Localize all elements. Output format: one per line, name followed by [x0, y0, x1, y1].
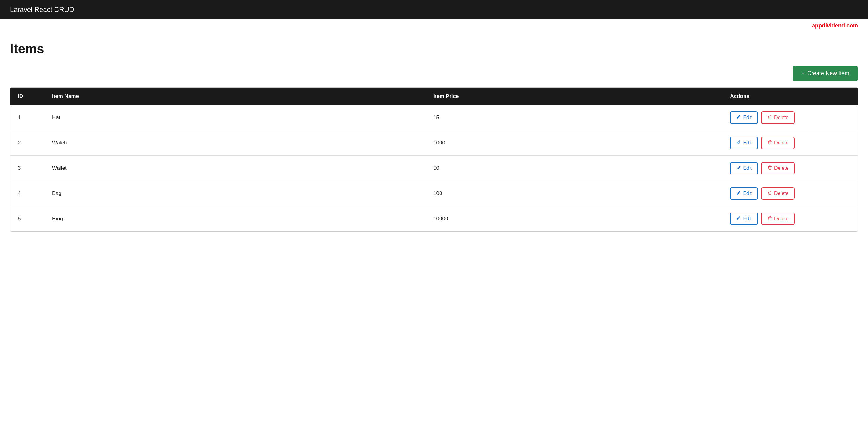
- col-header-name: Item Name: [44, 88, 426, 105]
- svg-rect-6: [768, 166, 772, 167]
- cell-name: Wallet: [44, 156, 426, 181]
- svg-rect-12: [768, 217, 772, 217]
- navbar: Laravel React CRUD: [0, 0, 868, 19]
- edit-icon: [736, 165, 741, 171]
- col-header-price: Item Price: [426, 88, 722, 105]
- cell-actions: Edit Delete: [722, 156, 858, 181]
- edit-button[interactable]: Edit: [730, 212, 758, 225]
- cell-actions: Edit Delete: [722, 206, 858, 232]
- table-header: ID Item Name Item Price Actions: [10, 88, 858, 105]
- action-buttons: Edit Delete: [730, 162, 850, 174]
- navbar-brand: Laravel React CRUD: [10, 6, 74, 14]
- brand-link[interactable]: appdividend.com: [812, 23, 858, 29]
- edit-button[interactable]: Edit: [730, 111, 758, 124]
- cell-price: 1000: [426, 130, 722, 156]
- edit-icon: [736, 190, 741, 197]
- cell-id: 2: [10, 130, 44, 156]
- delete-icon: [767, 216, 772, 222]
- cell-actions: Edit Delete: [722, 130, 858, 156]
- create-new-item-button[interactable]: + Create New Item: [793, 66, 858, 81]
- cell-id: 3: [10, 156, 44, 181]
- table-row: 4 Bag 100 Edit: [10, 181, 858, 206]
- edit-button[interactable]: Edit: [730, 137, 758, 149]
- cell-name: Bag: [44, 181, 426, 206]
- edit-button[interactable]: Edit: [730, 187, 758, 200]
- table-row: 3 Wallet 50 Edit: [10, 156, 858, 181]
- cell-actions: Edit Delete: [722, 105, 858, 130]
- cell-name: Ring: [44, 206, 426, 232]
- delete-button[interactable]: Delete: [761, 162, 795, 174]
- svg-rect-9: [768, 192, 772, 192]
- actions-bar: + Create New Item: [10, 66, 858, 81]
- delete-button[interactable]: Delete: [761, 212, 795, 225]
- cell-name: Hat: [44, 105, 426, 130]
- edit-button[interactable]: Edit: [730, 162, 758, 174]
- action-buttons: Edit Delete: [730, 111, 850, 124]
- action-buttons: Edit Delete: [730, 137, 850, 149]
- main-content: Items + Create New Item ID Item Name Ite…: [0, 32, 868, 440]
- edit-label: Edit: [743, 191, 752, 196]
- table-body: 1 Hat 15 Edit: [10, 105, 858, 231]
- svg-rect-3: [768, 141, 772, 142]
- cell-price: 15: [426, 105, 722, 130]
- edit-icon: [736, 216, 741, 222]
- table-row: 2 Watch 1000 Edit: [10, 130, 858, 156]
- cell-price: 10000: [426, 206, 722, 232]
- items-table: ID Item Name Item Price Actions 1 Hat 15: [10, 88, 858, 231]
- edit-icon: [736, 140, 741, 146]
- items-table-wrapper: ID Item Name Item Price Actions 1 Hat 15: [10, 87, 858, 232]
- plus-icon: +: [801, 70, 805, 77]
- cell-id: 4: [10, 181, 44, 206]
- svg-rect-0: [768, 116, 772, 116]
- edit-label: Edit: [743, 115, 752, 120]
- delete-label: Delete: [774, 216, 788, 222]
- delete-icon: [767, 165, 772, 171]
- delete-icon: [767, 115, 772, 121]
- create-button-label: Create New Item: [807, 70, 849, 77]
- delete-icon: [767, 190, 772, 197]
- delete-label: Delete: [774, 140, 788, 146]
- delete-button[interactable]: Delete: [761, 111, 795, 124]
- cell-actions: Edit Delete: [722, 181, 858, 206]
- table-row: 5 Ring 10000 Edit: [10, 206, 858, 232]
- delete-button[interactable]: Delete: [761, 137, 795, 149]
- edit-icon: [736, 115, 741, 121]
- delete-label: Delete: [774, 191, 788, 196]
- col-header-id: ID: [10, 88, 44, 105]
- cell-id: 1: [10, 105, 44, 130]
- cell-price: 100: [426, 181, 722, 206]
- cell-price: 50: [426, 156, 722, 181]
- delete-button[interactable]: Delete: [761, 187, 795, 200]
- edit-label: Edit: [743, 166, 752, 171]
- top-bar: appdividend.com: [0, 19, 868, 32]
- edit-label: Edit: [743, 216, 752, 222]
- table-row: 1 Hat 15 Edit: [10, 105, 858, 130]
- action-buttons: Edit Delete: [730, 187, 850, 200]
- table-header-row: ID Item Name Item Price Actions: [10, 88, 858, 105]
- action-buttons: Edit Delete: [730, 212, 850, 225]
- page-title: Items: [10, 41, 858, 57]
- delete-icon: [767, 140, 772, 146]
- cell-id: 5: [10, 206, 44, 232]
- edit-label: Edit: [743, 140, 752, 146]
- cell-name: Watch: [44, 130, 426, 156]
- delete-label: Delete: [774, 166, 788, 171]
- delete-label: Delete: [774, 115, 788, 120]
- col-header-actions: Actions: [722, 88, 858, 105]
